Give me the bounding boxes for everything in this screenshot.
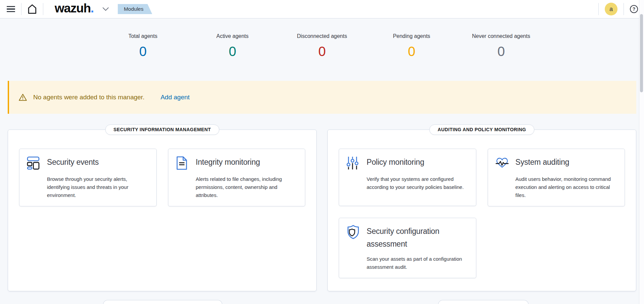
- modules-overview: Total agents 0 Active agents 0 Disconnec…: [0, 18, 644, 291]
- breadcrumb-modules[interactable]: Modules: [118, 4, 152, 14]
- chevron-down-icon[interactable]: [102, 7, 109, 11]
- security-events-icon: [27, 156, 40, 170]
- avatar[interactable]: a: [605, 3, 618, 15]
- stat-value: 0: [277, 43, 367, 60]
- add-agent-link[interactable]: Add agent: [161, 94, 190, 101]
- agents-stats-row: Total agents 0 Active agents 0 Disconnec…: [0, 18, 644, 60]
- stat-label: Total agents: [98, 33, 188, 40]
- divider: [21, 3, 21, 15]
- card-policy-monitoring[interactable]: Policy monitoring Verify that your syste…: [339, 149, 476, 206]
- card-description: Verify that your systems are configured …: [367, 175, 469, 191]
- policy-monitoring-icon: [346, 156, 360, 170]
- stat-pending-agents: Pending agents 0: [367, 33, 457, 60]
- callout-message: No agents were added to this manager.: [33, 94, 145, 101]
- card-description: Audit users behavior, monitoring command…: [516, 175, 618, 199]
- stat-never-connected-agents: Never connected agents 0: [457, 33, 546, 60]
- panel-title: SECURITY INFORMATION MANAGEMENT: [105, 124, 219, 135]
- stat-label: Never connected agents: [457, 33, 546, 40]
- stat-total-agents: Total agents 0: [98, 33, 188, 60]
- card-title: Security configuration assessment: [367, 225, 469, 250]
- stat-disconnected-agents: Disconnected agents 0: [277, 33, 367, 60]
- next-panel-title-pill: [438, 300, 529, 304]
- card-title: System auditing: [516, 156, 570, 168]
- card-description: Alerts related to file changes, includin…: [196, 175, 298, 199]
- stat-value: 0: [457, 43, 546, 60]
- logo-text: wazuh: [55, 1, 91, 15]
- logo-dot: .: [91, 1, 94, 15]
- help-icon[interactable]: ?: [630, 5, 638, 13]
- next-panel-title-pill: [103, 300, 222, 304]
- top-bar: wazuh. Modules a ?: [0, 0, 644, 18]
- module-panels-row: SECURITY INFORMATION MANAGEMENT Secu: [8, 130, 636, 291]
- card-integrity-monitoring[interactable]: Integrity monitoring Alerts related to f…: [168, 149, 306, 206]
- panel-title: AUDITING AND POLICY MONITORING: [429, 124, 535, 135]
- stat-label: Pending agents: [367, 33, 457, 40]
- stat-active-agents: Active agents 0: [188, 33, 277, 60]
- security-configuration-assessment-icon: [346, 225, 360, 240]
- card-description: Browse through your security alerts, ide…: [47, 175, 149, 199]
- card-title: Integrity monitoring: [196, 156, 260, 168]
- stat-value: 0: [367, 43, 457, 60]
- stat-value: 0: [98, 43, 188, 60]
- stat-label: Disconnected agents: [277, 33, 367, 40]
- no-agents-callout: No agents were added to this manager. Ad…: [8, 81, 636, 114]
- scrollbar-thumb[interactable]: [640, 14, 643, 92]
- panel-auditing-and-policy-monitoring: AUDITING AND POLICY MONITORING: [327, 130, 636, 291]
- system-auditing-icon: [495, 156, 509, 170]
- stat-label: Active agents: [188, 33, 277, 40]
- integrity-monitoring-icon: [176, 156, 189, 170]
- divider: [624, 3, 624, 15]
- divider: [598, 3, 599, 15]
- warning-icon: [18, 93, 27, 102]
- menu-icon[interactable]: [7, 6, 15, 12]
- card-description: Scan your assets as part of a configurat…: [367, 255, 469, 271]
- card-security-events[interactable]: Security events Browse through your secu…: [19, 149, 157, 206]
- stat-value: 0: [188, 43, 277, 60]
- home-button[interactable]: [28, 4, 37, 14]
- card-title: Policy monitoring: [367, 156, 424, 168]
- card-title: Security events: [47, 156, 99, 168]
- wazuh-logo[interactable]: wazuh.: [55, 0, 94, 17]
- card-system-auditing[interactable]: System auditing Audit users behavior, mo…: [488, 149, 625, 206]
- card-security-configuration-assessment[interactable]: Security configuration assessment Scan y…: [339, 218, 476, 278]
- panel-security-information-management: SECURITY INFORMATION MANAGEMENT Secu: [8, 130, 317, 291]
- home-icon: [28, 4, 37, 14]
- scrollbar-track[interactable]: [639, 0, 644, 304]
- divider: [43, 3, 43, 15]
